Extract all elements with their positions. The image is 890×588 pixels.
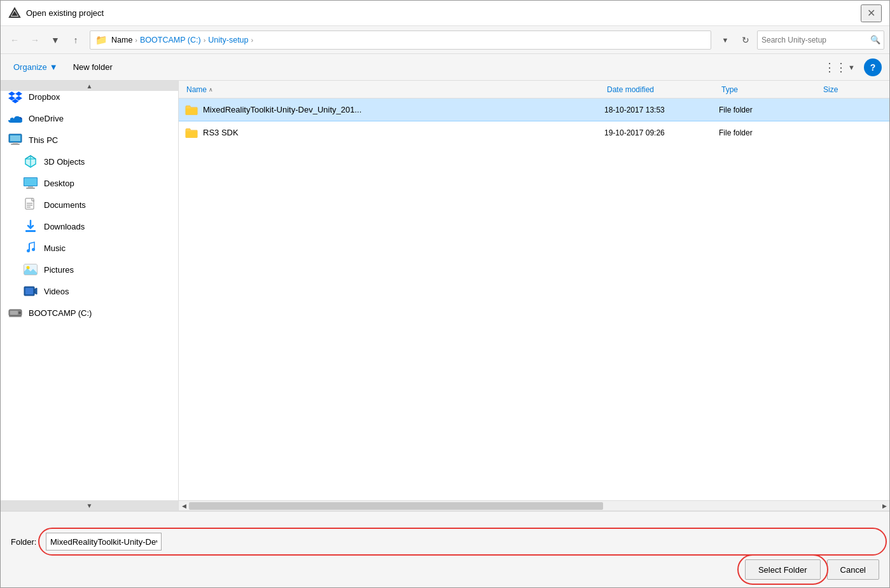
svg-rect-5 [11, 144, 20, 145]
svg-rect-11 [28, 186, 33, 188]
col-header-date[interactable]: Date modified [604, 84, 719, 95]
sidebar-item-downloads[interactable]: Downloads [1, 215, 178, 237]
file-row-name: MixedRealityToolkit-Unity-Dev_Unity_201.… [203, 105, 604, 114]
horizontal-scrollbar[interactable]: ◀ ▶ [179, 500, 889, 510]
forward-button[interactable]: → [26, 31, 44, 49]
cancel-button[interactable]: Cancel [827, 559, 879, 580]
view-grid-icon: ⋮⋮ [824, 60, 847, 74]
address-chevron-button[interactable]: ▼ [716, 31, 734, 49]
organize-label: Organize [13, 62, 47, 72]
sidebar-item-documents[interactable]: Documents [1, 194, 178, 215]
sidebar-item-label-3dobjects: 3D Objects [44, 157, 85, 167]
view-button[interactable]: ⋮⋮ ▼ [820, 58, 859, 77]
file-row-type: File folder [719, 128, 821, 137]
svg-rect-26 [10, 311, 18, 315]
svg-rect-24 [25, 288, 33, 294]
sidebar-scroll-down[interactable]: ▼ [1, 500, 178, 510]
documents-icon [24, 198, 38, 212]
music-icon [24, 241, 38, 255]
sidebar-item-desktop[interactable]: Desktop [1, 172, 178, 194]
file-row-date: 18-10-2017 13:53 [604, 106, 719, 114]
button-row: Select Folder Cancel [11, 559, 879, 580]
close-button[interactable]: ✕ [861, 4, 882, 22]
sidebar-scroll-up[interactable]: ▲ [1, 81, 178, 91]
scroll-right-button[interactable]: ▶ [879, 501, 889, 511]
svg-rect-3 [10, 135, 20, 141]
computer-icon [8, 133, 22, 147]
file-row-name: RS3 SDK [203, 128, 604, 137]
search-input[interactable] [758, 36, 867, 44]
path-folder-icon: 📁 [95, 34, 108, 46]
sidebar-item-onedrive[interactable]: OneDrive [1, 107, 178, 129]
drive-icon [8, 306, 22, 320]
select-folder-button[interactable]: Select Folder [745, 559, 821, 580]
search-icon[interactable]: 🔍 [867, 31, 884, 49]
svg-point-18 [27, 249, 30, 252]
file-row-type: File folder [719, 106, 821, 114]
svg-rect-15 [27, 205, 32, 206]
up-button[interactable]: ↑ [67, 31, 85, 49]
select-folder-button-wrapper: Select Folder [745, 559, 821, 580]
file-list: Name ∧ Date modified Type Size [179, 81, 889, 510]
scroll-track[interactable] [189, 501, 879, 511]
sidebar-item-label-bootcamp: BOOTCAMP (C:) [29, 308, 92, 318]
onedrive-icon [8, 111, 22, 125]
svg-rect-16 [27, 207, 31, 208]
path-segment-thispc: Name [111, 36, 132, 44]
dropbox-icon [8, 90, 22, 104]
address-path[interactable]: 📁 Name › BOOTCAMP (C:) › Unity-setup › [90, 31, 711, 50]
table-row[interactable]: RS3 SDK 19-10-2017 09:26 File folder [179, 121, 889, 144]
sidebar-item-label-music: Music [44, 243, 66, 253]
organize-button[interactable]: Organize ▼ [8, 60, 63, 74]
sidebar-item-videos[interactable]: Videos [1, 280, 178, 302]
dialog-title: Open existing project [26, 8, 861, 18]
scroll-thumb[interactable] [189, 502, 603, 510]
svg-rect-28 [9, 315, 22, 317]
sidebar-item-label-thispc: This PC [29, 135, 58, 145]
address-bar: ← → ▼ ↑ 📁 Name › BOOTCAMP (C:) › Unity-s… [1, 26, 889, 54]
svg-point-27 [18, 311, 21, 314]
col-size-label: Size [823, 85, 838, 94]
sidebar-item-thispc[interactable]: This PC [1, 129, 178, 151]
scroll-left-button[interactable]: ◀ [179, 501, 189, 511]
sidebar-item-3dobjects[interactable]: 3D Objects [1, 151, 178, 172]
svg-rect-10 [24, 178, 37, 186]
col-header-size[interactable]: Size [821, 84, 884, 95]
sidebar-item-label-documents: Documents [44, 200, 86, 210]
view-chevron-icon: ▼ [848, 64, 855, 71]
path-arrow-1: › [135, 36, 137, 44]
refresh-button[interactable]: ↻ [737, 31, 754, 49]
col-name-label: Name [186, 85, 207, 94]
folder-input-wrapper [46, 533, 879, 550]
file-list-body: MixedRealityToolkit-Unity-Dev_Unity_201.… [179, 99, 889, 500]
desktop-icon [24, 176, 38, 190]
folder-input[interactable] [46, 533, 162, 550]
sidebar-item-label-downloads: Downloads [44, 222, 85, 231]
path-segment-unitysetup: Unity-setup [208, 36, 248, 44]
table-row[interactable]: MixedRealityToolkit-Unity-Dev_Unity_201.… [179, 99, 889, 121]
col-header-name[interactable]: Name ∧ [184, 84, 604, 95]
sidebar: ▲ Dropbox OneDrive [1, 81, 179, 510]
sidebar-item-bootcamp[interactable]: BOOTCAMP (C:) [1, 302, 178, 324]
svg-rect-17 [25, 230, 36, 232]
new-folder-label: New folder [73, 62, 113, 72]
folder-icon [184, 102, 199, 118]
bottom-bar: Folder: Select Folder Cancel [1, 511, 889, 587]
downloads-icon [24, 219, 38, 233]
path-segment-bootcamp: BOOTCAMP (C:) [140, 36, 201, 44]
folder-row: Folder: [11, 533, 879, 550]
col-type-label: Type [721, 85, 738, 94]
new-folder-button[interactable]: New folder [68, 60, 118, 74]
title-bar: Open existing project ✕ [1, 1, 889, 26]
organize-chevron-icon: ▼ [50, 62, 58, 72]
sidebar-item-label-pictures: Pictures [44, 265, 74, 275]
col-header-type[interactable]: Type [719, 84, 821, 95]
search-box: 🔍 [757, 31, 884, 50]
sidebar-item-music[interactable]: Music [1, 237, 178, 259]
recent-locations-button[interactable]: ▼ [46, 31, 64, 49]
help-button[interactable]: ? [864, 58, 882, 76]
unity-logo-icon [8, 7, 21, 20]
back-button[interactable]: ← [6, 31, 24, 49]
sidebar-item-pictures[interactable]: Pictures [1, 259, 178, 280]
folder-input-highlight-circle [38, 528, 887, 556]
